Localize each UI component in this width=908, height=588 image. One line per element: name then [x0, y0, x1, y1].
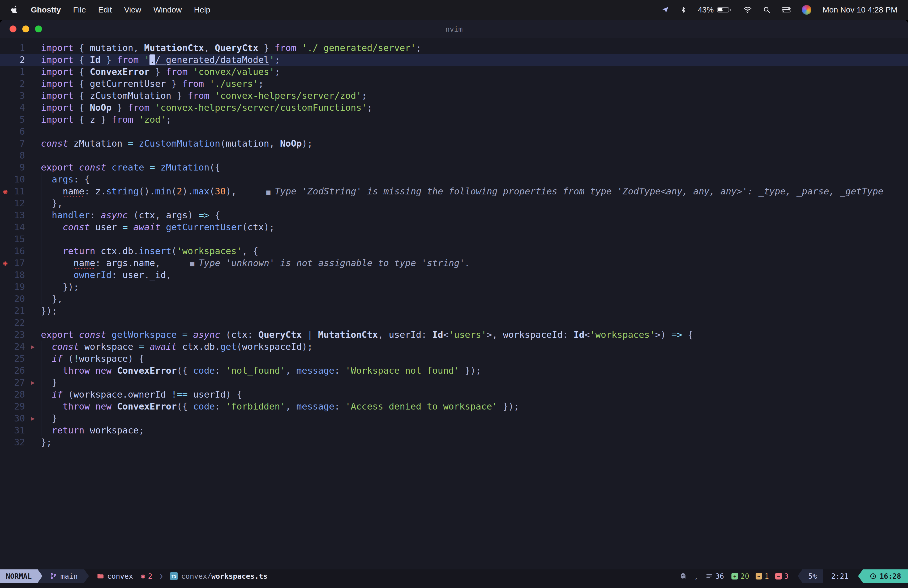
sign-column [0, 412, 11, 424]
code-line[interactable]: 24▶const workspace = await ctx.db.get(wo… [0, 341, 908, 353]
indent-guide [41, 293, 52, 305]
fold-column [25, 209, 41, 221]
indent-guide [52, 269, 63, 281]
fold-column [25, 102, 41, 114]
code-line[interactable]: 22 [0, 317, 908, 329]
code-line[interactable]: 23export const getWorkspace = async (ctx… [0, 329, 908, 341]
battery-percent: 43% [698, 5, 714, 14]
code-line[interactable]: 29throw new ConvexError({ code: 'forbidd… [0, 401, 908, 412]
location-arrow-icon[interactable] [662, 6, 669, 13]
code-line[interactable]: 1import { mutation, MutationCtx, QueryCt… [0, 42, 908, 54]
code-area[interactable]: 1import { mutation, MutationCtx, QueryCt… [0, 38, 908, 569]
code-line[interactable]: 31return workspace; [0, 424, 908, 437]
indent-guide [41, 197, 52, 209]
error-sign-icon: ◉ [0, 185, 11, 197]
wifi-icon[interactable] [744, 6, 752, 13]
sign-column [0, 365, 11, 377]
diff-added: +20 [731, 572, 749, 580]
app-menu-title[interactable]: Ghostty [31, 5, 61, 14]
line-number: 32 [11, 437, 25, 448]
code-line[interactable]: 8 [0, 150, 908, 161]
zoom-button[interactable] [35, 26, 42, 32]
indent-guide [52, 233, 63, 245]
menu-file[interactable]: File [73, 5, 86, 14]
menubar-clock[interactable]: Mon Nov 10 4:28 PM [823, 5, 897, 14]
apple-menu[interactable] [11, 5, 19, 14]
bluetooth-icon[interactable] [680, 6, 687, 14]
line-number: 25 [11, 353, 25, 365]
code-line[interactable]: 18ownerId: user._id, [0, 269, 908, 281]
error-count-icon: ◉ [141, 572, 145, 580]
code-line[interactable]: 20}, [0, 293, 908, 305]
code-line[interactable]: 14const user = await getCurrentUser(ctx)… [0, 221, 908, 233]
line-number: 10 [11, 174, 25, 185]
code-line[interactable]: ◉17name: args.name,■Type 'unknown' is no… [0, 257, 908, 269]
code-line[interactable]: 2import { getCurrentUser } from './users… [0, 78, 908, 90]
control-center-icon[interactable] [782, 7, 790, 13]
sign-column [0, 281, 11, 293]
fold-column [25, 329, 41, 341]
code-line[interactable]: 16return ctx.db.insert('workspaces', { [0, 245, 908, 257]
spotlight-search-icon[interactable] [763, 6, 771, 13]
close-button[interactable] [10, 26, 16, 32]
code-text [41, 317, 908, 329]
battery-indicator[interactable]: 43% [698, 5, 732, 14]
code-text: return workspace; [41, 424, 908, 437]
sign-column [0, 424, 11, 437]
sign-column [0, 233, 11, 245]
line-number: 18 [11, 269, 25, 281]
mode-indicator: NORMAL [0, 569, 38, 583]
sign-column [0, 377, 11, 388]
fold-column [25, 305, 41, 317]
sign-column [0, 401, 11, 412]
code-line[interactable]: 4import { NoOp } from 'convex-helpers/se… [0, 102, 908, 114]
code-text: } [41, 377, 908, 388]
menu-view[interactable]: View [124, 5, 141, 14]
menu-window[interactable]: Window [153, 5, 182, 14]
fold-column [25, 174, 41, 185]
code-line[interactable]: 13handler: async (ctx, args) => { [0, 209, 908, 221]
code-line[interactable]: 6 [0, 126, 908, 138]
code-line[interactable]: ◉11name: z.string().min(2).max(30),■Type… [0, 185, 908, 197]
minimize-button[interactable] [22, 26, 29, 32]
line-number: 5 [11, 114, 25, 126]
error-sign-icon: ◉ [0, 257, 11, 269]
code-line[interactable]: 19}); [0, 281, 908, 293]
code-line[interactable]: 3import { zCustomMutation } from 'convex… [0, 90, 908, 102]
fold-column [25, 245, 41, 257]
titlebar[interactable]: nvim [0, 20, 908, 38]
diff-changed-icon: ~ [756, 573, 762, 580]
file-dir: convex/ [181, 572, 211, 580]
code-text: import { mutation, MutationCtx, QueryCtx… [41, 42, 908, 54]
code-line[interactable]: 9export const create = zMutation({ [0, 161, 908, 174]
diagnostic-text: ■Type 'ZodString' is missing the followi… [266, 186, 883, 197]
sign-column [0, 437, 11, 448]
code-line[interactable]: 5import { z } from 'zod'; [0, 114, 908, 126]
line-number: 16 [11, 245, 25, 257]
line-number: 29 [11, 401, 25, 412]
menu-help[interactable]: Help [194, 5, 211, 14]
code-line[interactable]: 26throw new ConvexError({ code: 'not_fou… [0, 365, 908, 377]
code-line[interactable]: 2import { Id } from './_generated/dataMo… [0, 54, 908, 66]
line-number: 22 [11, 317, 25, 329]
line-number: 13 [11, 209, 25, 221]
code-line[interactable]: 7const zMutation = zCustomMutation(mutat… [0, 138, 908, 150]
code-line[interactable]: 28if (workspace.ownerId !== userId) { [0, 388, 908, 401]
code-line[interactable]: 25if (!workspace) { [0, 353, 908, 365]
fold-column [25, 233, 41, 245]
code-line[interactable]: 10args: { [0, 174, 908, 185]
code-line[interactable]: 21}); [0, 305, 908, 317]
lines-icon [706, 573, 712, 579]
code-line[interactable]: 15 [0, 233, 908, 245]
code-line[interactable]: 27▶} [0, 377, 908, 388]
menu-edit[interactable]: Edit [98, 5, 112, 14]
indent-guide [41, 233, 52, 245]
code-line[interactable]: 30▶} [0, 412, 908, 424]
code-line[interactable]: 32}; [0, 437, 908, 448]
code-line[interactable]: 1import { ConvexError } from 'convex/val… [0, 66, 908, 78]
window-title: nvim [445, 25, 462, 33]
avatar[interactable] [802, 5, 811, 14]
code-text: import { NoOp } from 'convex-helpers/ser… [41, 102, 908, 114]
code-line[interactable]: 12}, [0, 197, 908, 209]
sign-column [0, 317, 11, 329]
